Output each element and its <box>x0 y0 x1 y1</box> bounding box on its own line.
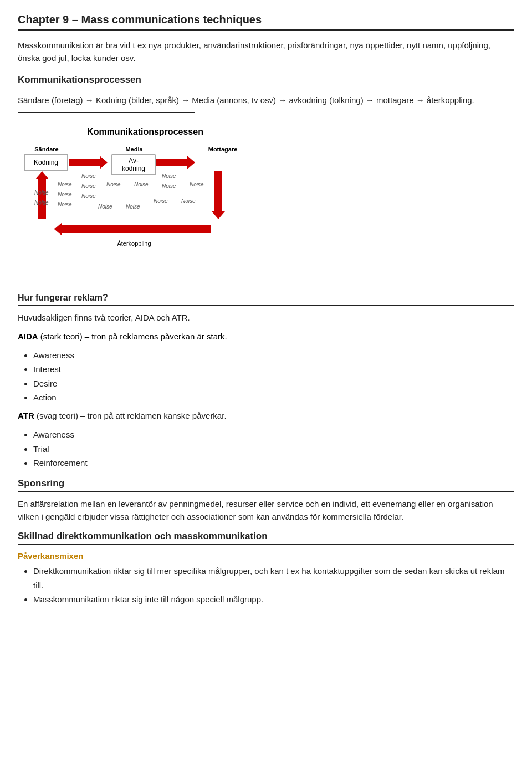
noise-3: Noise <box>58 181 72 187</box>
list-item: Awareness <box>33 348 514 363</box>
list-item: Trial <box>33 442 514 456</box>
sponsring-text: En affärsrelation mellan en leverantör a… <box>18 497 514 524</box>
noise-2: Noise <box>34 200 49 206</box>
noise-8: Noise <box>81 193 96 199</box>
noise-7: Noise <box>81 183 96 189</box>
noise-1: Noise <box>34 190 49 196</box>
avkodning-label-2: kodning <box>122 165 145 172</box>
noise-16: Noise <box>154 198 168 204</box>
intro-text: Masskommunikation är bra vid t ex nya pr… <box>18 39 514 64</box>
sponsring-title: Sponsring <box>18 478 514 492</box>
aida-description: AIDA (stark teori) – tron på reklamens p… <box>18 330 514 343</box>
aterkoppling-label: Återkoppling <box>117 240 151 247</box>
noise-15: Noise <box>126 204 140 210</box>
hur-fungerar-question: Hur fungerar reklam? <box>18 293 514 306</box>
arrow-down-1 <box>212 171 225 219</box>
list-item: Interest <box>33 362 514 377</box>
atr-description: ATR (svag teori) – tron på att reklamen … <box>18 409 514 422</box>
noise-17: Noise <box>181 198 196 204</box>
list-item: Reinforcement <box>33 456 514 470</box>
kommunikation-section-title: Kommunikationsprocessen <box>18 74 514 88</box>
noise-12: Noise <box>162 183 176 189</box>
kommunikation-svg: Kommunikationsprocessen Sändare Kodning … <box>18 123 273 283</box>
aida-bullet-list: Awareness Interest Desire Action <box>33 348 514 405</box>
noise-4: Noise <box>58 191 72 197</box>
sandare-label: Sändare <box>34 146 58 153</box>
list-item: Awareness <box>33 428 514 442</box>
kodning-label: Kodning <box>34 159 58 166</box>
underline-divider <box>18 112 195 113</box>
list-item: Desire <box>33 377 514 391</box>
arrow-right-2 <box>156 156 195 169</box>
noise-10: Noise <box>134 181 149 187</box>
noise-5: Noise <box>58 201 72 207</box>
arrow-right-1 <box>69 156 108 169</box>
aida-desc-text: (stark teori) – tron på reklamens påverk… <box>38 332 227 341</box>
atr-desc-text: (svag teori) – tron på att reklamen kans… <box>34 411 227 420</box>
noise-13: Noise <box>190 181 204 187</box>
list-item: Action <box>33 390 514 405</box>
chapter-title: Chapter 9 – Mass communications techniqu… <box>18 13 514 31</box>
aida-highlight: AIDA <box>18 332 38 341</box>
noise-6: Noise <box>81 173 96 179</box>
skillnad-bullet-list: Direktkommunikation riktar sig till mer … <box>33 564 514 607</box>
atr-highlight: ATR <box>18 411 34 420</box>
noise-11: Noise <box>162 173 176 179</box>
media-label: Media <box>125 146 143 153</box>
noise-9: Noise <box>106 181 121 187</box>
avkodning-label-1: Av- <box>129 157 139 165</box>
hur-fungerar-intro: Huvudsakligen finns två teorier, AIDA oc… <box>18 311 514 324</box>
arrow-left-1 <box>54 222 211 236</box>
atr-bullet-list: Awareness Trial Reinforcement <box>33 428 514 470</box>
list-item: Masskommunikation riktar sig inte till n… <box>33 592 514 607</box>
mottagare-label: Mottagare <box>208 146 238 153</box>
kommunikation-section-text: Sändare (företag) → Kodning (bilder, spr… <box>18 94 514 106</box>
diagram-title: Kommunikationsprocessen <box>87 127 203 136</box>
skillnad-title: Skillnad direktkommunikation och masskom… <box>18 531 514 545</box>
list-item: Direktkommunikation riktar sig till mer … <box>33 564 514 592</box>
kommunikation-diagram: Kommunikationsprocessen Sändare Kodning … <box>18 123 514 285</box>
noise-14: Noise <box>98 204 112 210</box>
paverkansmixen-title: Påverkansmixen <box>18 551 514 561</box>
